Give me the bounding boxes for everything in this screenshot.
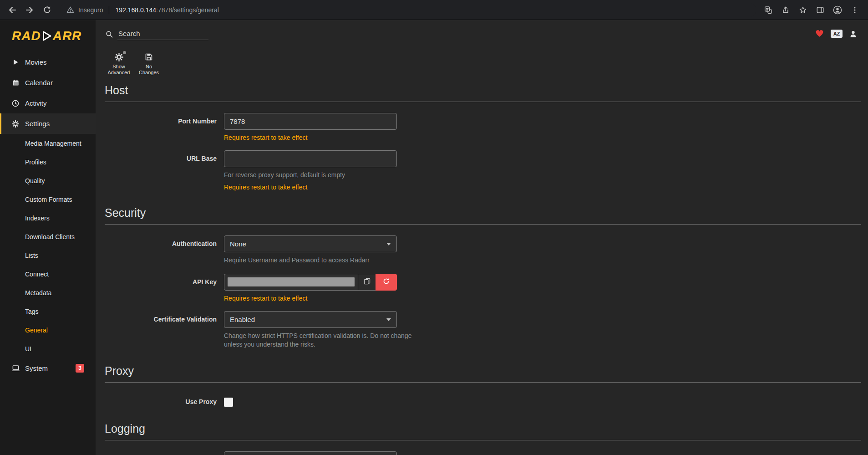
api-key-input[interactable] [224, 274, 358, 291]
form-group-api-key: API Key [105, 274, 861, 302]
api-key-label: API Key [105, 274, 224, 302]
sidebar-item-indexers[interactable]: Indexers [0, 209, 96, 227]
advanced-gear-icon [115, 52, 123, 62]
sidebar-item-media-management[interactable]: Media Management [0, 134, 96, 153]
system-health-badge: 3 [76, 364, 84, 372]
certificate-validation-label: Certificate Validation [105, 311, 224, 349]
sidebar-item-label: Activity [25, 99, 47, 107]
calendar-icon [11, 79, 20, 86]
sidebar-item-quality[interactable]: Quality [0, 171, 96, 190]
section-logging: Logging Log Level Info [105, 422, 861, 455]
certificate-validation-help: Change how strict HTTPS certification va… [224, 332, 420, 349]
sidebar-item-activity[interactable]: Activity [0, 93, 96, 113]
page-url: 192.168.0.144:7878/settings/general [115, 6, 218, 14]
logo-play-icon [42, 31, 52, 41]
url-base-input[interactable] [224, 150, 397, 167]
radarr-logo[interactable]: RAD ARR [0, 20, 96, 52]
logo-text-right: ARR [53, 29, 82, 43]
use-proxy-checkbox[interactable] [224, 398, 233, 407]
log-level-select[interactable]: Info [224, 451, 397, 455]
sidebar-item-profiles[interactable]: Profiles [0, 153, 96, 171]
play-icon [11, 59, 20, 66]
sidebar-child-label: Connect [25, 271, 49, 278]
search-icon [106, 31, 113, 40]
api-key-redacted-value [228, 277, 355, 286]
app-header: AZ [96, 20, 868, 47]
sidebar-item-download-clients[interactable]: Download Clients [0, 227, 96, 246]
sidebar-item-settings[interactable]: Settings [0, 113, 96, 134]
regenerate-api-key-button[interactable] [376, 274, 397, 291]
port-number-input[interactable] [224, 113, 397, 130]
certificate-validation-selected-value: Enabled [230, 316, 255, 323]
sidebar-item-custom-formats[interactable]: Custom Formats [0, 190, 96, 209]
header-actions: AZ [815, 30, 857, 38]
section-title-host: Host [105, 84, 861, 102]
main-panel: AZ Show Advanced No Changes [96, 20, 868, 455]
sidebar-item-movies[interactable]: Movies [0, 52, 96, 72]
sidebar-child-label: Media Management [25, 140, 81, 147]
section-title-security: Security [105, 206, 861, 225]
url-host: 192.168.0.144 [115, 6, 156, 14]
no-changes-label: No Changes [135, 64, 162, 76]
translate-page-icon[interactable] [761, 3, 775, 17]
donate-heart-icon[interactable] [815, 30, 824, 38]
show-advanced-label: Show Advanced [105, 64, 132, 76]
section-security: Security Authentication None Require Use… [105, 206, 861, 349]
search-input[interactable] [117, 28, 208, 40]
sidebar-item-lists[interactable]: Lists [0, 246, 96, 265]
sidebar-child-label: Lists [25, 252, 38, 259]
browser-refresh-button[interactable] [39, 2, 55, 18]
sidebar-child-label: Tags [25, 308, 39, 315]
sidebar-item-ui[interactable]: UI [0, 339, 96, 358]
authentication-label: Authentication [105, 235, 224, 265]
section-host: Host Port Number Requires restart to tak… [105, 84, 861, 191]
browser-menu-kebab-icon[interactable] [848, 3, 862, 17]
not-secure-warning-icon [66, 6, 74, 14]
browser-profile-avatar[interactable] [831, 3, 844, 17]
sidebar-child-label: Download Clients [25, 233, 75, 240]
sidebar-item-tags[interactable]: Tags [0, 302, 96, 321]
sidebar-item-label: Movies [25, 58, 47, 66]
save-changes-button[interactable]: No Changes [135, 50, 163, 76]
radarr-app: RAD ARR Movies Calendar Activity [0, 20, 868, 455]
clock-icon [11, 100, 20, 107]
share-icon[interactable] [779, 3, 792, 17]
sidebar-child-label: Quality [25, 177, 45, 184]
sidebar-child-label: Custom Formats [25, 196, 72, 203]
sidebar-child-label: Profiles [25, 158, 46, 166]
form-group-use-proxy: Use Proxy [105, 394, 861, 407]
bookmark-star-icon[interactable] [796, 3, 810, 17]
address-bar[interactable]: Inseguro 192.168.0.144:7878/settings/gen… [60, 3, 756, 17]
sidebar-item-system[interactable]: System 3 [0, 358, 96, 378]
sidebar-item-general[interactable]: General [0, 321, 96, 339]
section-proxy: Proxy Use Proxy [105, 364, 861, 407]
sidebar-item-connect[interactable]: Connect [0, 265, 96, 283]
authentication-selected-value: None [230, 240, 246, 248]
monitor-icon [11, 365, 20, 372]
sidebar-child-label: UI [25, 345, 31, 353]
sidebar-item-label: Settings [25, 120, 50, 128]
show-advanced-button[interactable]: Show Advanced [105, 50, 133, 76]
side-panel-icon[interactable] [813, 3, 827, 17]
refresh-icon [383, 278, 390, 286]
omnibox-divider [109, 6, 109, 14]
browser-toolbar: Inseguro 192.168.0.144:7878/settings/gen… [0, 0, 868, 20]
copy-api-key-button[interactable] [358, 274, 376, 291]
sidebar-item-calendar[interactable]: Calendar [0, 72, 96, 93]
form-group-authentication: Authentication None Require Username and… [105, 235, 861, 265]
url-path: :7878/settings/general [156, 6, 219, 14]
browser-forward-button[interactable] [22, 2, 37, 18]
gear-icon [11, 120, 20, 128]
log-level-label: Log Level [105, 451, 224, 455]
save-icon [145, 52, 153, 62]
browser-back-button[interactable] [5, 2, 20, 18]
form-group-port-number: Port Number Requires restart to take eff… [105, 113, 861, 141]
chevron-down-icon [386, 243, 391, 245]
translate-icon[interactable]: AZ [831, 30, 843, 38]
authentication-select[interactable]: None [224, 235, 397, 252]
certificate-validation-select[interactable]: Enabled [224, 311, 397, 328]
sidebar-item-metadata[interactable]: Metadata [0, 283, 96, 302]
user-icon[interactable] [849, 30, 857, 38]
form-group-certificate-validation: Certificate Validation Enabled Change ho… [105, 311, 861, 349]
url-base-warning: Requires restart to take effect [224, 184, 397, 191]
